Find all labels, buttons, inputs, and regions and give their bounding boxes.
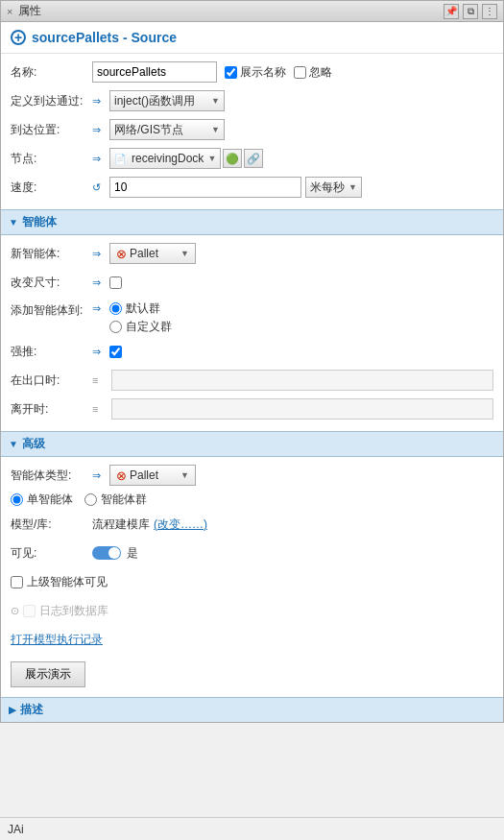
on-exit-row: 在出口时: ≡ xyxy=(11,368,493,393)
description-section-triangle: ▶ xyxy=(9,705,16,715)
agent-type-label: 智能体类型: xyxy=(11,468,92,484)
show-demo-button[interactable]: 展示演示 xyxy=(11,661,85,687)
arrive-label: 到达位置: xyxy=(11,122,92,138)
single-agent-label: 单智能体 xyxy=(11,492,73,508)
on-leave-icon: ≡ xyxy=(92,403,106,415)
advanced-section-content: 智能体类型: ⇒ ⊗ Pallet ▼ 单智能体 智能体群 模型/库 xyxy=(1,457,503,697)
node-add-button[interactable]: 🟢 xyxy=(223,149,242,168)
define-dropdown-icon: ▼ xyxy=(211,96,220,106)
model-lib-value: 流程建模库 xyxy=(92,516,150,533)
node-label: 节点: xyxy=(11,151,92,167)
properties-window: × 属性 📌 ⧉ ⋮ + sourcePallets - Source 名称: … xyxy=(0,0,504,723)
pallet-icon: ⊗ xyxy=(116,247,127,261)
default-group-label: 默认群 xyxy=(109,300,172,317)
speed-input[interactable] xyxy=(109,177,301,198)
status-bar: JAi xyxy=(0,817,504,840)
on-exit-label: 在出口时: xyxy=(11,372,92,389)
agent-group-radio: 默认群 自定义群 xyxy=(109,300,172,335)
ignore-label: 忽略 xyxy=(294,64,332,81)
speed-row: 速度: ↺ 米每秒 ▼ xyxy=(11,175,493,200)
arrive-row: 到达位置: ⇒ 网络/GIS节点 ▼ xyxy=(11,117,493,142)
name-input[interactable] xyxy=(92,61,217,83)
on-leave-label: 离开时: xyxy=(11,401,92,418)
resize-row: 改变尺寸: ⇒ xyxy=(11,270,493,295)
add-agent-label: 添加智能体到: xyxy=(11,300,92,319)
new-agent-arrow: ⇒ xyxy=(92,248,106,260)
visible-row: 可见: 是 xyxy=(11,540,493,565)
parent-visible-checkbox[interactable] xyxy=(11,576,23,588)
show-name-checkbox[interactable] xyxy=(225,66,237,79)
close-icon[interactable]: × xyxy=(7,6,12,17)
new-agent-label: 新智能体: xyxy=(11,246,92,262)
define-label: 定义到达通过: xyxy=(11,93,92,109)
agent-group-radio[interactable] xyxy=(84,493,97,506)
force-checkbox[interactable] xyxy=(109,346,122,358)
agent-type-select[interactable]: ⊗ Pallet ▼ xyxy=(109,465,196,486)
speed-unit-select[interactable]: 米每秒 ▼ xyxy=(305,177,362,198)
on-exit-icon: ≡ xyxy=(92,374,106,386)
title-bar-left: × 属性 xyxy=(7,3,41,19)
model-lib-label: 模型/库: xyxy=(11,516,92,533)
define-arrow-icon: ⇒ xyxy=(92,95,106,108)
speed-unit-dropdown-icon: ▼ xyxy=(348,182,357,192)
change-link[interactable]: (改变……) xyxy=(154,516,207,533)
agent-section-triangle: ▼ xyxy=(9,217,18,228)
new-agent-select[interactable]: ⊗ Pallet ▼ xyxy=(109,243,196,264)
node-arrow-icon: ⇒ xyxy=(92,153,106,165)
resize-arrow: ⇒ xyxy=(92,276,106,289)
node-link-button[interactable]: 🔗 xyxy=(244,149,263,168)
log-db-row: ⊙ 日志到数据库 xyxy=(11,598,493,623)
arrive-arrow-icon: ⇒ xyxy=(92,124,106,136)
node-select[interactable]: 📄 receivingDock ▼ xyxy=(109,148,221,169)
force-label: 强推: xyxy=(11,344,92,360)
model-lib-row: 模型/库: 流程建模库 (改变……) xyxy=(11,512,493,537)
speed-arrow-icon: ↺ xyxy=(92,181,106,194)
advanced-section-header[interactable]: ▼ 高级 xyxy=(1,431,503,457)
agent-mode-row: 单智能体 智能体群 xyxy=(11,492,493,508)
name-row: 名称: 展示名称 忽略 xyxy=(11,60,493,84)
force-row: 强推: ⇒ xyxy=(11,339,493,364)
agent-type-dropdown-icon: ▼ xyxy=(180,470,189,480)
on-leave-input[interactable] xyxy=(111,398,493,420)
agent-section-header[interactable]: ▼ 智能体 xyxy=(1,209,503,235)
single-agent-radio[interactable] xyxy=(11,493,23,506)
max-button[interactable]: ⧉ xyxy=(463,4,478,19)
custom-group-label: 自定义群 xyxy=(109,319,172,335)
status-text: JAi xyxy=(8,823,24,836)
parent-visible-label: 上级智能体可见 xyxy=(27,574,108,590)
resize-label: 改变尺寸: xyxy=(11,275,92,291)
agent-section-content: 新智能体: ⇒ ⊗ Pallet ▼ 改变尺寸: ⇒ 添加智能体到: ⇒ xyxy=(1,235,503,431)
open-log-link[interactable]: 打开模型执行记录 xyxy=(11,632,103,648)
visible-toggle[interactable] xyxy=(92,546,121,560)
new-agent-row: 新智能体: ⇒ ⊗ Pallet ▼ xyxy=(11,241,493,266)
add-agent-row: 添加智能体到: ⇒ 默认群 自定义群 xyxy=(11,299,493,335)
arrive-select[interactable]: 网络/GIS节点 ▼ xyxy=(109,119,225,140)
name-label: 名称: xyxy=(11,64,92,81)
description-section-header[interactable]: ▶ 描述 xyxy=(1,697,503,722)
agent-type-pallet-icon: ⊗ xyxy=(116,468,127,483)
ignore-checkbox[interactable] xyxy=(294,66,306,79)
toggle-circle xyxy=(108,547,120,559)
title-bar-right: 📌 ⧉ ⋮ xyxy=(444,4,497,19)
open-log-row: 打开模型执行记录 xyxy=(11,627,493,652)
pin-button[interactable]: 📌 xyxy=(444,4,459,19)
node-dropdown-icon: ▼ xyxy=(207,154,216,163)
source-title: sourcePallets - Source xyxy=(32,30,177,45)
force-arrow: ⇒ xyxy=(92,346,106,358)
define-select[interactable]: inject()函数调用 ▼ xyxy=(109,90,225,111)
parent-visible-row: 上级智能体可见 xyxy=(11,569,493,594)
add-agent-arrow: ⇒ xyxy=(92,300,106,315)
resize-checkbox[interactable] xyxy=(109,276,122,289)
main-title-bar: + sourcePallets - Source xyxy=(1,22,503,54)
default-group-radio[interactable] xyxy=(109,302,122,315)
advanced-section-triangle: ▼ xyxy=(9,439,18,449)
menu-button[interactable]: ⋮ xyxy=(482,4,497,19)
show-name-label: 展示名称 xyxy=(225,64,286,81)
define-row: 定义到达通过: ⇒ inject()函数调用 ▼ xyxy=(11,88,493,113)
arrive-dropdown-icon: ▼ xyxy=(211,125,220,134)
on-exit-input[interactable] xyxy=(111,370,493,391)
agent-type-arrow: ⇒ xyxy=(92,469,106,482)
custom-group-radio[interactable] xyxy=(109,321,122,333)
title-bar: × 属性 📌 ⧉ ⋮ xyxy=(1,1,503,22)
visible-value: 是 xyxy=(127,545,138,562)
